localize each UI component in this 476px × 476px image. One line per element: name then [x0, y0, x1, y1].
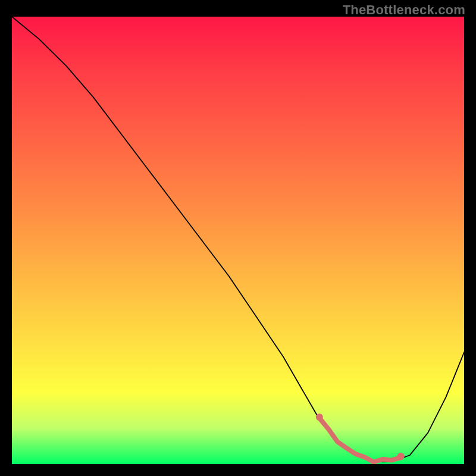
bottleneck-curve — [12, 17, 464, 462]
bottleneck-curve-svg — [12, 17, 464, 464]
optimal-range-marker — [320, 418, 401, 462]
watermark-text: TheBottleneck.com — [343, 2, 465, 18]
optimal-range-end-dot — [397, 453, 405, 460]
plot-inner — [12, 17, 464, 464]
plot-area — [12, 17, 464, 464]
optimal-range-start-dot — [316, 414, 323, 421]
chart-frame: TheBottleneck.com — [0, 0, 476, 476]
